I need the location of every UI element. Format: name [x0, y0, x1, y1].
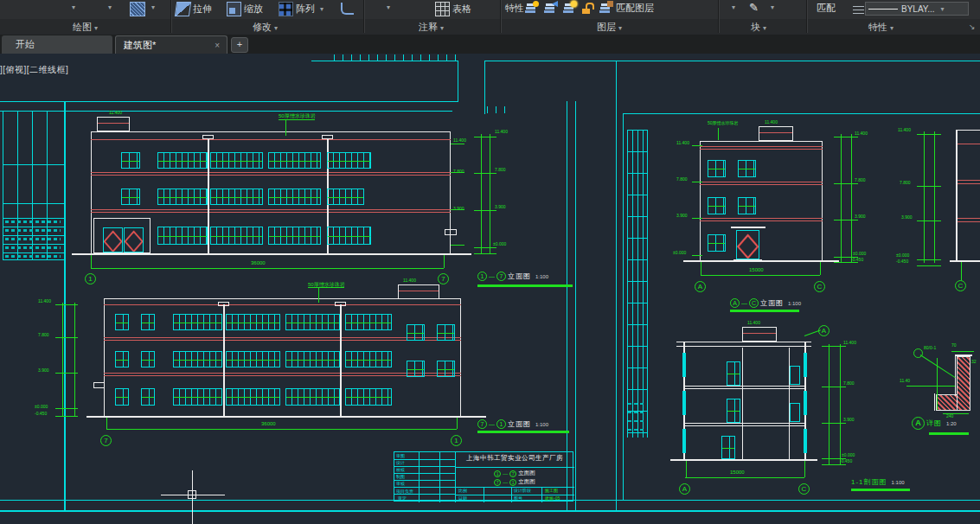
cad-stroke	[790, 403, 800, 422]
cad-stroke	[210, 189, 263, 205]
grid-bubble: 7	[100, 435, 112, 446]
cad-stroke	[226, 351, 280, 367]
cad-stroke	[956, 130, 958, 262]
cad-stroke	[936, 394, 958, 411]
panel-separator	[170, 0, 172, 33]
cad-stroke	[840, 344, 841, 464]
linetype-dropdown[interactable]: BYLAY...	[865, 2, 969, 16]
layer-isolate-icon[interactable]	[562, 3, 575, 16]
scale-button[interactable]: 缩放	[227, 2, 263, 16]
hatch-icon[interactable]	[130, 2, 145, 16]
panel-properties[interactable]: 特性	[868, 21, 894, 34]
cad-stroke	[55, 304, 78, 305]
cad-stroke	[917, 220, 941, 221]
cad-text: ±0.000	[673, 250, 686, 255]
cad-stroke	[345, 388, 392, 406]
cad-text: 11.400	[747, 320, 760, 325]
scale-label: 缩放	[244, 3, 263, 16]
cad-stroke	[627, 130, 647, 131]
close-icon[interactable]: ×	[215, 41, 220, 50]
cad-stroke	[218, 302, 229, 306]
panel-annotate[interactable]: 注释	[419, 21, 444, 34]
tab-drawing-active[interactable]: 建筑图* ×	[115, 35, 227, 54]
cad-stroke	[451, 245, 464, 246]
cad-stroke	[700, 146, 823, 147]
cad-stroke	[742, 348, 743, 459]
panel-block[interactable]: 块	[751, 21, 766, 34]
match-properties-button[interactable]: 匹配	[817, 2, 836, 15]
chevron-down-icon[interactable]	[108, 3, 112, 11]
cad-stroke	[567, 101, 567, 511]
cad-stroke	[822, 346, 846, 347]
array-button[interactable]: 阵列	[279, 2, 323, 16]
chevron-down-icon	[941, 5, 945, 13]
cad-stroke	[340, 304, 342, 417]
match-layer-button[interactable]: 匹配图层	[616, 2, 654, 15]
block-edit-icon[interactable]: ✎	[749, 1, 762, 14]
cad-stroke	[685, 423, 804, 424]
cad-stroke	[742, 327, 777, 342]
cad-stroke	[451, 144, 464, 144]
chevron-down-icon[interactable]	[387, 3, 390, 11]
unlock-icon[interactable]	[582, 3, 592, 14]
chevron-down-icon[interactable]	[732, 3, 735, 11]
fillet-icon[interactable]	[341, 3, 354, 15]
chevron-down-icon[interactable]	[151, 3, 155, 11]
panel-modify[interactable]: 修改	[253, 21, 278, 34]
cad-text: 50厚憎水珍珠岩	[708, 120, 739, 125]
cad-text: ±0.000	[35, 404, 48, 409]
title-block: 审图 设计 校核 制图 审核 项目负责 审定 上海中韩工贸实业公司生产厂房 1 …	[394, 451, 573, 502]
cad-stroke	[627, 389, 647, 390]
grid-bubble: A	[818, 325, 829, 336]
cad-text: 7.800	[38, 332, 49, 337]
cad-stroke	[91, 175, 451, 176]
list-lines-icon[interactable]	[853, 4, 864, 14]
cad-stroke	[834, 220, 858, 220]
cad-stroke	[490, 134, 490, 253]
cad-stroke	[268, 189, 321, 205]
cad-stroke	[3, 164, 64, 165]
panel-separator	[363, 0, 365, 33]
cad-stroke	[958, 183, 980, 184]
cad-stroke	[0, 510, 980, 512]
cad-stroke	[685, 386, 804, 387]
grid-bubble: C	[955, 280, 966, 291]
layer-make-current-icon[interactable]	[543, 3, 556, 16]
table-button[interactable]: 表格	[435, 2, 471, 16]
cad-stroke	[682, 353, 686, 377]
panel-launcher-icon[interactable]: ↘	[969, 22, 976, 31]
cad-text: ±0.000	[842, 452, 855, 457]
chevron-down-icon[interactable]	[72, 3, 75, 11]
stretch-button[interactable]: 拉伸	[176, 2, 212, 16]
panel-layers[interactable]: 图层	[597, 21, 622, 34]
title-block-row-label: 项目负责	[396, 489, 413, 494]
model-space-canvas[interactable]: ][俯视][二维线框] 11.4007.8003.900±0.00011.400…	[0, 54, 980, 524]
caption-text: 1-1剖面图	[851, 477, 887, 487]
cad-stroke	[188, 490, 196, 499]
array-icon	[279, 2, 293, 16]
cad-stroke	[210, 227, 263, 245]
cad-stroke	[0, 111, 452, 112]
chevron-down-icon[interactable]	[320, 5, 323, 13]
layer-delete-icon[interactable]	[599, 3, 612, 16]
panel-draw[interactable]: 绘图	[73, 21, 98, 34]
title-block-row-label: 设计	[396, 460, 405, 465]
layer-properties-button[interactable]: 特性	[505, 2, 524, 15]
cad-text: 32	[971, 359, 977, 364]
cad-stroke	[124, 227, 144, 252]
caption-elevation-7-1: 7 — 1 立面图 1:100	[477, 419, 548, 429]
cad-stroke	[173, 351, 222, 367]
grid-bubble: A	[695, 281, 706, 292]
new-tab-button[interactable]: +	[231, 37, 248, 53]
match-layer-label: 匹配图层	[616, 2, 654, 15]
viewport-controls-label[interactable]: ][俯视][二维线框]	[0, 64, 68, 76]
cad-stroke	[3, 218, 64, 219]
panel-separator	[718, 0, 720, 33]
tab-start[interactable]: 开始	[2, 35, 112, 54]
cad-stroke	[86, 416, 486, 418]
layer-on-icon[interactable]	[524, 3, 537, 16]
chevron-down-icon[interactable]	[771, 3, 774, 11]
cad-stroke	[5, 246, 61, 249]
scale-icon	[227, 2, 241, 16]
cad-stroke	[3, 227, 64, 227]
